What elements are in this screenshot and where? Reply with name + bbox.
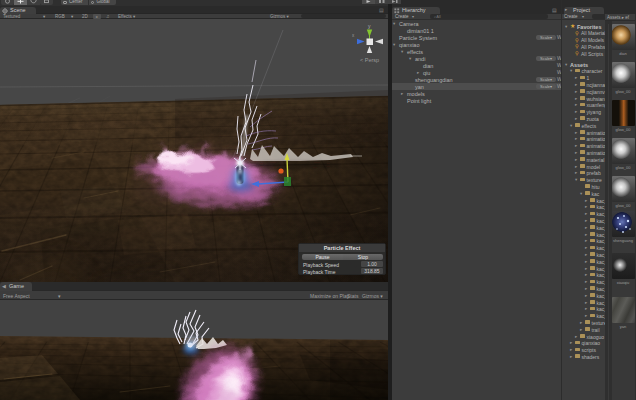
- svg-text:y: y: [368, 23, 371, 29]
- svg-text:x: x: [352, 33, 355, 38]
- svg-text:< Persp: < Persp: [360, 57, 379, 63]
